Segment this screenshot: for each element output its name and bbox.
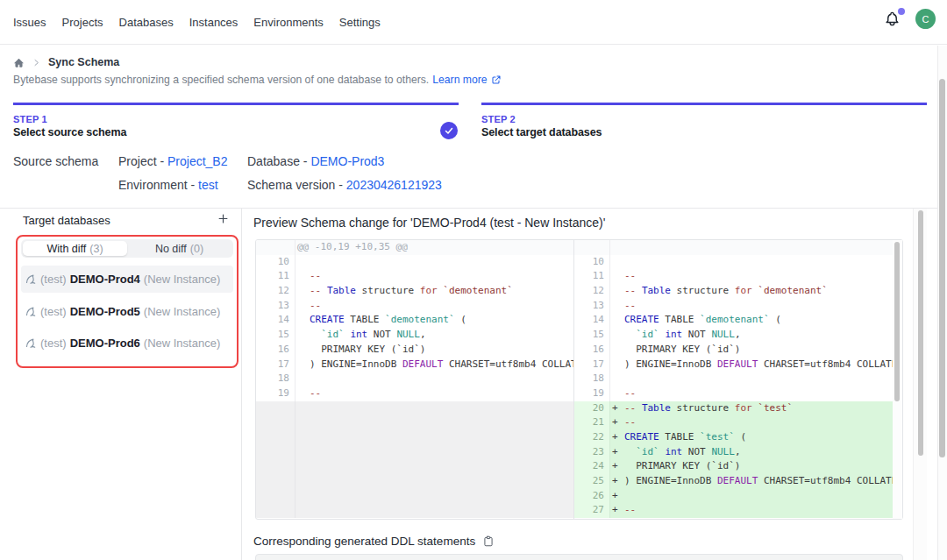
diff-marker: + — [610, 474, 624, 489]
line-code: ) ENGINE=InnoDB DEFAULT CHARSET=utf8mb4 … — [295, 358, 573, 372]
nav-item-databases[interactable]: Databases — [119, 16, 174, 29]
diff-marker — [610, 343, 624, 358]
ddl-section-title: Corresponding generated DDL statements — [253, 535, 495, 548]
diff-marker — [295, 386, 310, 401]
schema-version-link[interactable]: 20230426121923 — [346, 178, 442, 192]
learn-more-link[interactable]: Learn more — [432, 74, 487, 86]
line-code: PRIMARY KEY (`id`) — [610, 343, 903, 358]
diff-marker — [610, 299, 624, 314]
tab-count: (3) — [89, 243, 103, 255]
db-instance: (New Instance) — [144, 305, 220, 318]
add-target-database-button[interactable] — [214, 211, 231, 229]
line-code: CREATE TABLE `demotenant` ( — [295, 313, 573, 328]
diff-scrollbar-thumb[interactable] — [894, 242, 900, 401]
line-number: 14 — [256, 313, 295, 328]
line-code: -- — [295, 386, 573, 401]
nav-menu: IssuesProjectsDatabasesInstancesEnvironm… — [13, 0, 381, 44]
line-number: 17 — [574, 358, 610, 372]
target-database-row-demo-prod5[interactable]: (test) DEMO-Prod5 (New Instance) — [21, 298, 233, 325]
db-name: DEMO-Prod6 — [70, 337, 140, 350]
line-code — [295, 503, 573, 518]
line-number: 12 — [574, 284, 610, 299]
target-database-row-demo-prod6[interactable]: (test) DEMO-Prod6 (New Instance) — [21, 330, 233, 357]
diff-row: 27+-- — [574, 503, 903, 518]
line-number — [256, 489, 295, 504]
line-code: -- — [295, 269, 573, 284]
line-number: 15 — [256, 328, 295, 343]
db-name: DEMO-Prod4 — [70, 273, 140, 286]
diff-row: 17 ) ENGINE=InnoDB DEFAULT CHARSET=utf8m… — [574, 358, 903, 372]
line-code: + — [610, 489, 903, 504]
line-number: 19 — [574, 386, 610, 401]
preview-scrollbar-thumb[interactable] — [918, 210, 923, 456]
line-code: + PRIMARY KEY (`id`) — [610, 459, 903, 474]
diff-row: 13 -- — [574, 299, 903, 314]
line-number — [256, 503, 295, 518]
diff-marker — [610, 328, 624, 343]
tab-label: With diff — [46, 243, 86, 255]
nav-item-instances[interactable]: Instances — [189, 16, 239, 29]
plus-icon — [217, 212, 230, 229]
line-number: 24 — [574, 459, 610, 474]
target-database-row-demo-prod4[interactable]: (test) DEMO-Prod4 (New Instance) — [21, 266, 233, 293]
tab-label: No diff — [155, 243, 187, 255]
db-environment: (test) — [40, 273, 67, 286]
line-number — [256, 240, 295, 255]
source-schema-version-field: Schema version - 20230426121923 — [247, 178, 442, 192]
line-number: 17 — [256, 358, 295, 372]
db-instance: (New Instance) — [144, 337, 220, 350]
nav-item-issues[interactable]: Issues — [13, 16, 46, 29]
line-number — [256, 445, 295, 460]
source-schema-label: Source schema — [13, 154, 98, 168]
diff-row — [256, 445, 573, 460]
nav-item-settings[interactable]: Settings — [339, 16, 381, 29]
tab-count: (0) — [190, 243, 203, 255]
tab-with-diff[interactable]: With diff(3) — [23, 241, 127, 256]
page-description: Bytebase supports synchronizing a specif… — [13, 74, 502, 86]
diff-marker — [610, 313, 624, 328]
diff-row: 10 — [574, 255, 903, 270]
nav-item-environments[interactable]: Environments — [253, 16, 323, 29]
home-icon[interactable] — [13, 57, 25, 68]
nav-item-projects[interactable]: Projects — [62, 16, 103, 29]
schema-diff-viewer[interactable]: @@ -10,19 +10,35 @@10 11 --12 -- Table s… — [255, 239, 903, 520]
line-code: -- — [610, 269, 903, 284]
line-number: 26 — [574, 489, 610, 504]
line-code: `id` int NOT NULL, — [295, 328, 573, 343]
db-name: DEMO-Prod5 — [70, 305, 140, 318]
diff-marker — [295, 269, 310, 284]
diff-row: 15 `id` int NOT NULL, — [256, 328, 573, 343]
avatar[interactable]: C — [915, 9, 936, 29]
breadcrumb: Sync Schema — [13, 55, 119, 69]
diff-row: 13 -- — [256, 299, 573, 314]
diff-marker: + — [610, 401, 624, 416]
project-link[interactable]: Project_B2 — [167, 154, 227, 168]
chevron-right-icon — [32, 59, 40, 67]
diff-row: 22+CREATE TABLE `test` ( — [574, 430, 903, 445]
step1-title[interactable]: Select source schema — [13, 126, 126, 138]
diff-marker — [295, 372, 310, 386]
source-environment-field: Environment - test — [118, 178, 218, 192]
mysql-icon — [25, 337, 38, 350]
step1-progress-bar — [13, 103, 459, 105]
line-code: +-- Table structure for `test` — [610, 401, 903, 416]
line-number: 22 — [574, 430, 610, 445]
page-scrollbar-thumb[interactable] — [939, 79, 945, 457]
line-number: 15 — [574, 328, 610, 343]
diff-row — [574, 240, 903, 255]
line-number: 16 — [256, 343, 295, 358]
diff-row — [256, 489, 573, 504]
step2-title[interactable]: Select target databases — [481, 126, 602, 138]
line-number: 13 — [574, 299, 610, 314]
target-databases-panel: Target databases With diff(3)No diff(0) … — [0, 209, 242, 560]
diff-marker: + — [610, 489, 624, 504]
line-code — [295, 401, 573, 416]
copy-icon[interactable] — [482, 535, 495, 548]
diff-row: 19 -- — [574, 386, 903, 401]
line-number: 27 — [574, 503, 610, 518]
database-link[interactable]: DEMO-Prod3 — [310, 154, 384, 168]
environment-link[interactable]: test — [198, 178, 218, 192]
diff-marker: + — [610, 459, 624, 474]
diff-row: 18 — [256, 372, 573, 386]
tab-no-diff[interactable]: No diff(0) — [127, 241, 231, 256]
